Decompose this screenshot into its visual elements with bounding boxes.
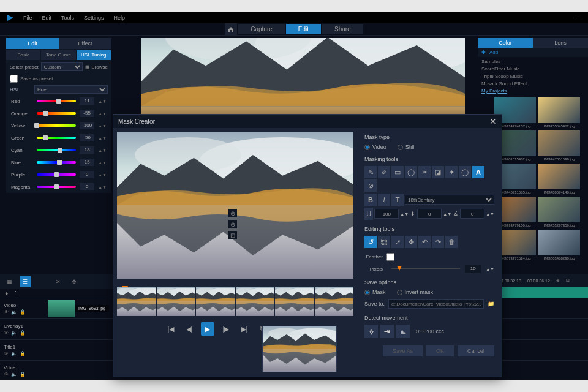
track-lock-icon[interactable]: 🔒 — [20, 309, 26, 315]
text-tool-t[interactable]: T — [391, 194, 404, 206]
menu-edit[interactable]: Edit — [37, 15, 57, 21]
track-lock-icon[interactable]: 🔒 — [20, 372, 26, 377]
prev-clip-icon[interactable]: |◀ — [164, 322, 178, 336]
feather-checkbox[interactable] — [386, 253, 394, 261]
slider-magenta[interactable] — [37, 186, 76, 188]
library-thumb[interactable]: IMG453297359.jpg — [538, 197, 580, 227]
tool-lasso[interactable]: ◯ — [459, 166, 471, 178]
subtab-tone-curve[interactable]: Tone Curve — [41, 50, 75, 60]
track-mute-icon[interactable]: 🔈 — [11, 330, 17, 336]
tool-clear[interactable]: ⊘ — [364, 179, 377, 192]
slider-red[interactable] — [37, 100, 76, 102]
preset-select[interactable]: Custom — [41, 62, 83, 71]
slider-orange[interactable] — [37, 112, 76, 115]
slider-blue[interactable] — [37, 161, 76, 164]
storyboard-icon[interactable]: ▦ — [4, 276, 15, 287]
tool-copy[interactable]: ⿻ — [378, 236, 390, 248]
track-mute-icon[interactable]: 🔈 — [11, 309, 17, 315]
folder-item[interactable]: ScoreFitter Music — [481, 66, 584, 73]
detect-next-button[interactable]: ⇥ — [380, 325, 394, 338]
subtab-basic[interactable]: Basic — [6, 50, 40, 60]
menu-help[interactable]: Help — [109, 15, 130, 21]
tool-move[interactable]: ↺ — [364, 236, 377, 248]
tool-eraser[interactable]: ◪ — [432, 166, 444, 178]
browse-button[interactable]: ▦ Browse — [85, 64, 108, 70]
tool-delete[interactable]: 🗑 — [445, 236, 458, 248]
folder-item[interactable]: Musark Sound Effect — [481, 80, 584, 88]
tab-share[interactable]: Share — [322, 24, 363, 34]
tab-capture[interactable]: Capture — [238, 24, 285, 34]
track-visible-icon[interactable]: 👁 — [4, 372, 9, 377]
track-visible-icon[interactable]: 👁 — [4, 309, 9, 315]
zoom-fit-icon[interactable]: ⊡ — [228, 231, 237, 239]
tl-opts-icon[interactable]: ⋮ — [13, 290, 18, 296]
slider-purple[interactable] — [37, 173, 76, 176]
tool-redo[interactable]: ↷ — [432, 236, 444, 248]
browse-folder-icon[interactable]: 📁 — [488, 301, 494, 307]
play-button[interactable]: ▶ — [201, 322, 214, 336]
bold-button[interactable]: B — [364, 194, 377, 206]
menu-tools[interactable]: Tools — [56, 15, 79, 21]
font-size-input[interactable] — [374, 209, 399, 219]
close-icon[interactable]: ✕ — [489, 116, 497, 126]
tools-icon[interactable]: ✕ — [53, 276, 64, 287]
menu-file[interactable]: File — [18, 15, 37, 21]
folder-item[interactable]: Samples — [481, 58, 584, 66]
zoom-in-icon[interactable]: ⊕ — [228, 209, 237, 217]
tool-brush[interactable]: ✎ — [364, 166, 377, 178]
subtab-hsl-tuning[interactable]: HSL Tuning — [77, 50, 111, 60]
tool-undo[interactable]: ↶ — [418, 236, 431, 248]
home-button[interactable] — [225, 23, 237, 36]
zoom-in-icon[interactable]: ⊕ — [556, 278, 560, 283]
mode-effect[interactable]: Effect — [59, 38, 111, 49]
track-visible-icon[interactable]: 👁 — [4, 330, 9, 336]
mode-edit[interactable]: Edit — [6, 38, 59, 49]
save-preset-checkbox[interactable] — [10, 75, 18, 83]
tool-magic[interactable]: ✦ — [445, 166, 458, 178]
prev-frame-icon[interactable]: ◀| — [183, 322, 196, 336]
save-path-input[interactable] — [388, 299, 484, 309]
italic-button[interactable]: I — [378, 194, 390, 206]
tool-rect[interactable]: ▭ — [391, 166, 404, 178]
record-icon[interactable]: ● — [5, 290, 8, 296]
mask-type-video[interactable]: Video — [364, 144, 386, 150]
tool-freehand[interactable]: ✂ — [418, 166, 431, 178]
library-tab-color[interactable]: Color — [478, 38, 533, 48]
zoom-out-icon[interactable]: ⊖ — [228, 220, 237, 228]
filmstrip[interactable] — [117, 287, 353, 316]
tool-pan[interactable]: ✥ — [405, 236, 417, 248]
library-thumb[interactable]: IMG455545462.jpg — [538, 97, 580, 128]
pixels-slider[interactable] — [391, 268, 460, 270]
next-clip-icon[interactable]: ▶| — [238, 322, 251, 336]
library-thumb[interactable]: IMG447001599.jpg — [538, 130, 580, 161]
next-frame-icon[interactable]: |▶ — [219, 322, 233, 336]
ok-button[interactable]: OK — [426, 345, 454, 356]
folder-item[interactable]: My Projects — [481, 88, 584, 95]
menu-settings[interactable]: Settings — [79, 15, 109, 21]
folder-item[interactable]: Triple Scoop Music — [481, 73, 584, 80]
save-opt-invert[interactable]: Invert mask — [397, 289, 434, 295]
angle-input[interactable] — [460, 209, 484, 219]
add-icon[interactable]: ✚ — [481, 50, 486, 55]
library-thumb[interactable]: IMG803468290.jpg — [538, 230, 580, 260]
minimize-icon[interactable]: — — [573, 15, 586, 21]
track-lock-icon[interactable]: 🔒 — [20, 351, 26, 356]
track-visible-icon[interactable]: 👁 — [4, 351, 9, 356]
tab-edit[interactable]: Edit — [286, 24, 321, 34]
track-mute-icon[interactable]: 🔈 — [11, 351, 17, 356]
tool-text[interactable]: A — [472, 166, 484, 178]
save-opt-mask[interactable]: Mask — [364, 289, 386, 295]
timeline-clip[interactable]: IMG_9693.jpg — [48, 300, 109, 317]
add-label[interactable]: Add — [489, 50, 498, 55]
slider-cyan[interactable] — [37, 149, 76, 151]
mixer-icon[interactable]: ⚙ — [69, 276, 80, 287]
detect-end-button[interactable]: ⎁ — [396, 325, 410, 338]
tool-smart[interactable]: ✐ — [378, 166, 390, 178]
slider-yellow[interactable] — [37, 124, 76, 127]
tool-ellipse[interactable]: ◯ — [405, 166, 417, 178]
mask-viewer[interactable] — [117, 132, 353, 279]
underline-button[interactable]: U — [364, 208, 373, 220]
timeline-icon[interactable]: ☰ — [20, 276, 31, 287]
track-lock-icon[interactable]: 🔒 — [20, 330, 26, 336]
library-thumb[interactable]: IMG480574140.jpg — [538, 164, 580, 194]
